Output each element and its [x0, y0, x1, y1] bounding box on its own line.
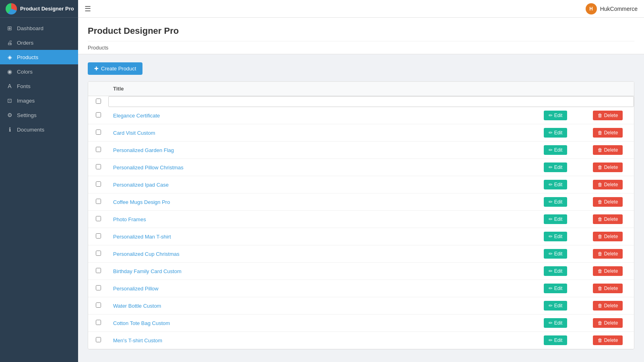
product-link[interactable]: Personalized Pillow	[113, 286, 159, 292]
delete-button[interactable]: 🗑 Delete	[593, 301, 623, 311]
products-table: Title	[88, 82, 634, 349]
delete-button[interactable]: 🗑 Delete	[593, 284, 623, 293]
sidebar-item-settings[interactable]: ⚙ Settings	[0, 108, 78, 122]
product-link[interactable]: Elegance Certificate	[113, 113, 160, 119]
edit-button[interactable]: ✏ Edit	[544, 266, 568, 276]
row-checkbox[interactable]	[96, 147, 101, 152]
edit-button[interactable]: ✏ Edit	[544, 335, 568, 345]
row-checkbox[interactable]	[96, 199, 101, 204]
edit-label: Edit	[554, 216, 563, 222]
delete-button[interactable]: 🗑 Delete	[593, 162, 623, 172]
product-link[interactable]: Personalized Man T-shirt	[113, 234, 171, 240]
sidebar-item-label: Documents	[17, 127, 44, 133]
edit-button[interactable]: ✏ Edit	[544, 162, 568, 172]
row-checkbox-cell	[88, 193, 108, 211]
delete-button[interactable]: 🗑 Delete	[593, 214, 623, 224]
row-checkbox[interactable]	[96, 112, 101, 117]
product-link[interactable]: Card Visit Custom	[113, 130, 155, 136]
breadcrumb: Products	[88, 41, 634, 54]
edit-button[interactable]: ✏ Edit	[544, 111, 568, 120]
product-title-cell: Personalized Man T-shirt	[108, 228, 529, 245]
row-checkbox[interactable]	[96, 216, 101, 221]
product-link[interactable]: Water Bottle Custom	[113, 303, 161, 309]
col-header-delete	[582, 82, 634, 96]
edit-cell: ✏ Edit	[529, 159, 582, 176]
edit-button[interactable]: ✏ Edit	[544, 128, 568, 138]
sidebar-item-documents[interactable]: ℹ Documents	[0, 122, 78, 137]
sidebar-item-fonts[interactable]: A Fonts	[0, 79, 78, 93]
sidebar-item-products[interactable]: ◈ Products	[0, 50, 78, 64]
delete-cell: 🗑 Delete	[582, 142, 634, 159]
edit-button[interactable]: ✏ Edit	[544, 180, 568, 189]
content-area: Product Designer Pro Products ✚ Create P…	[78, 18, 644, 362]
sidebar-item-colors[interactable]: ◉ Colors	[0, 64, 78, 79]
delete-button[interactable]: 🗑 Delete	[593, 145, 623, 155]
edit-button[interactable]: ✏ Edit	[544, 145, 568, 155]
delete-cell: 🗑 Delete	[582, 211, 634, 228]
edit-button[interactable]: ✏ Edit	[544, 249, 568, 259]
row-checkbox[interactable]	[96, 233, 101, 239]
create-product-button[interactable]: ✚ Create Product	[88, 62, 142, 75]
sidebar-item-dashboard[interactable]: ⊞ Dashboard	[0, 21, 78, 35]
row-checkbox[interactable]	[96, 302, 101, 308]
row-checkbox[interactable]	[96, 251, 101, 256]
sidebar-item-label: Dashboard	[17, 25, 43, 31]
product-link[interactable]: Personalized Cup Christmas	[113, 251, 180, 257]
table-row: Personalized Ipad Case ✏ Edit 🗑 Delete	[88, 176, 634, 193]
delete-button[interactable]: 🗑 Delete	[593, 266, 623, 276]
product-link[interactable]: Photo Frames	[113, 216, 146, 222]
delete-cell: 🗑 Delete	[582, 176, 634, 193]
product-link[interactable]: Birthday Family Card Custom	[113, 268, 182, 274]
product-link[interactable]: Personalized Ipad Case	[113, 182, 169, 188]
pencil-icon: ✏	[549, 182, 553, 187]
app-title: Product Designer Pro	[20, 6, 74, 12]
hamburger-button[interactable]: ☰	[85, 4, 91, 13]
row-checkbox[interactable]	[96, 130, 101, 135]
edit-button[interactable]: ✏ Edit	[544, 197, 568, 207]
edit-cell: ✏ Edit	[529, 107, 582, 124]
row-checkbox[interactable]	[96, 268, 101, 273]
row-checkbox[interactable]	[96, 337, 101, 342]
row-checkbox[interactable]	[96, 320, 101, 325]
delete-button[interactable]: 🗑 Delete	[593, 335, 623, 345]
product-link[interactable]: Cotton Tote Bag Custom	[113, 320, 170, 326]
search-check-cell	[88, 96, 108, 107]
edit-button[interactable]: ✏ Edit	[544, 232, 568, 241]
product-link[interactable]: Personalized Pillow Christmas	[113, 165, 184, 171]
select-all-checkbox[interactable]	[96, 99, 101, 104]
sidebar-item-images[interactable]: ⊡ Images	[0, 93, 78, 108]
product-title-cell: Personalized Garden Flag	[108, 142, 529, 159]
delete-button[interactable]: 🗑 Delete	[593, 180, 623, 189]
row-checkbox[interactable]	[96, 285, 101, 290]
row-checkbox[interactable]	[96, 164, 101, 169]
delete-button[interactable]: 🗑 Delete	[593, 318, 623, 328]
delete-button[interactable]: 🗑 Delete	[593, 249, 623, 259]
delete-label: Delete	[604, 320, 618, 326]
delete-button[interactable]: 🗑 Delete	[593, 197, 623, 207]
edit-button[interactable]: ✏ Edit	[544, 301, 568, 311]
edit-button[interactable]: ✏ Edit	[544, 214, 568, 224]
delete-cell: 🗑 Delete	[582, 297, 634, 315]
pencil-icon: ✏	[549, 234, 553, 239]
row-checkbox[interactable]	[96, 181, 101, 187]
delete-button[interactable]: 🗑 Delete	[593, 232, 623, 241]
table-row: Personalized Pillow ✏ Edit 🗑 Delete	[88, 280, 634, 297]
edit-label: Edit	[554, 320, 563, 326]
sidebar-item-label: Images	[17, 98, 35, 104]
product-link[interactable]: Men's T-shirt Custom	[113, 337, 162, 343]
products-icon: ◈	[6, 54, 13, 60]
delete-button[interactable]: 🗑 Delete	[593, 111, 623, 120]
delete-button[interactable]: 🗑 Delete	[593, 128, 623, 138]
product-link[interactable]: Personalized Garden Flag	[113, 147, 174, 153]
delete-label: Delete	[604, 113, 618, 118]
edit-button[interactable]: ✏ Edit	[544, 284, 568, 293]
row-checkbox-cell	[88, 124, 108, 142]
edit-button[interactable]: ✏ Edit	[544, 318, 568, 328]
sidebar-item-orders[interactable]: 🖨 Orders	[0, 35, 78, 50]
product-link[interactable]: Coffee Mugs Design Pro	[113, 199, 170, 205]
edit-cell: ✏ Edit	[529, 176, 582, 193]
edit-cell: ✏ Edit	[529, 228, 582, 245]
delete-cell: 🗑 Delete	[582, 315, 634, 332]
edit-cell: ✏ Edit	[529, 211, 582, 228]
title-search-input[interactable]	[108, 96, 634, 107]
